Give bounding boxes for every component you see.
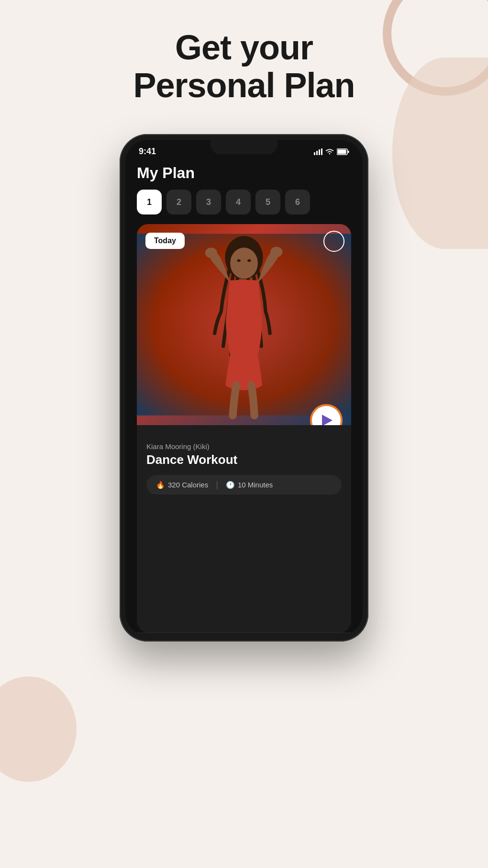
svg-rect-2 [319,149,320,155]
workout-stats: 🔥 320 Calories | 🕐 10 Minutes [146,475,342,495]
phone-mockup: 9:41 [120,134,368,642]
header-section: Get your Personal Plan [0,29,488,104]
header-line1: Get your [175,28,313,67]
calories-stat: 🔥 320 Calories [156,481,208,489]
phone-screen: 9:41 [125,140,363,636]
card-info: Kiara Mooring (Kiki) Dance Workout 🔥 320… [137,425,351,504]
svg-point-11 [237,259,241,262]
status-time: 9:41 [139,147,156,157]
today-badge: Today [145,233,185,249]
screen-content: My Plan 1 2 3 4 5 [125,160,363,632]
header-line2: Personal Plan [133,66,355,104]
phone-notch [211,140,277,154]
day-btn-2[interactable]: 2 [166,190,191,214]
stat-divider: | [216,480,218,490]
day-btn-6[interactable]: 6 [285,190,310,214]
svg-point-12 [247,259,251,262]
clock-icon: 🕐 [226,481,235,489]
bookmark-button[interactable] [323,231,344,252]
workout-name: Dance Workout [146,452,342,467]
svg-rect-1 [316,151,318,155]
duration-value: 10 Minutes [238,481,273,489]
signal-icon [314,148,322,155]
bg-blob-bottom-decoration [0,676,77,782]
wifi-icon [325,148,334,155]
day-btn-1[interactable]: 1 [137,190,162,214]
instructor-name: Kiara Mooring (Kiki) [146,442,342,451]
day-btn-3[interactable]: 3 [196,190,221,214]
card-image-area: Today [137,224,351,425]
svg-point-10 [230,248,258,279]
duration-stat: 🕐 10 Minutes [226,481,273,489]
fire-icon: 🔥 [156,481,165,489]
status-icons [314,148,349,155]
battery-icon [337,148,349,155]
svg-rect-0 [314,152,315,155]
svg-rect-3 [321,148,322,155]
svg-rect-5 [338,149,346,154]
bottom-navigation: Main Classes [125,632,363,636]
play-icon [322,415,333,425]
workout-card[interactable]: Today Kiara Mooring (Kiki) Dance Workout [137,224,351,632]
day-btn-4[interactable]: 4 [226,190,251,214]
calories-value: 320 Calories [168,481,208,489]
svg-rect-6 [348,150,349,153]
header-title: Get your Personal Plan [0,29,488,104]
phone-outer-frame: 9:41 [120,134,368,642]
svg-point-13 [205,248,217,258]
day-selector[interactable]: 1 2 3 4 5 6 [137,190,351,214]
day-btn-5[interactable]: 5 [255,190,280,214]
dancer-image [137,224,351,425]
svg-point-14 [270,247,282,257]
plan-title: My Plan [137,164,351,182]
